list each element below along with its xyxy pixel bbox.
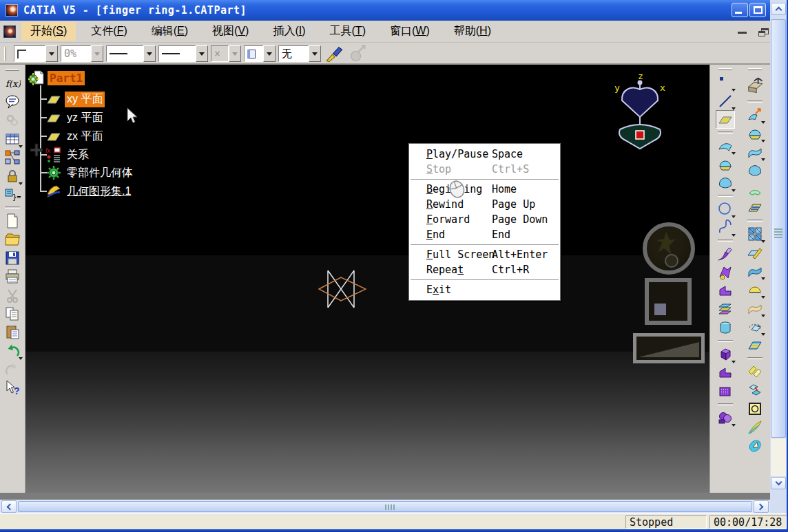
- color-combo[interactable]: [14, 45, 58, 62]
- multi-section-icon[interactable]: [745, 180, 765, 198]
- dropdown-arrow-icon[interactable]: [732, 424, 736, 427]
- compass-handle[interactable]: [636, 131, 644, 139]
- scroll-down-button[interactable]: [771, 477, 786, 489]
- toolbar-drag-handle[interactable]: [6, 69, 19, 71]
- menu-help[interactable]: 帮助(H): [445, 22, 500, 41]
- stop-control[interactable]: [645, 278, 692, 325]
- line-weight-combo[interactable]: [106, 45, 156, 62]
- tree-node-relations[interactable]: fx 关系: [45, 146, 91, 164]
- blend-surface-icon[interactable]: [745, 124, 765, 142]
- chevron-down-icon[interactable]: [309, 45, 321, 62]
- horizontal-scroll-thumb[interactable]: [18, 501, 752, 512]
- redo-icon[interactable]: [3, 360, 22, 379]
- untrim-surface-icon[interactable]: [745, 362, 765, 381]
- menu-item-forward[interactable]: ForwardPage Down: [409, 212, 560, 227]
- tree-node-zx-plane[interactable]: zx 平面: [45, 127, 105, 145]
- close-surface-icon[interactable]: [716, 382, 735, 401]
- menu-item-beginning[interactable]: BeginningHome: [409, 182, 560, 197]
- volume-slider[interactable]: [633, 333, 705, 363]
- fill-surface-icon[interactable]: [745, 161, 765, 180]
- comment-icon[interactable]: [3, 92, 22, 111]
- line-type-combo[interactable]: [158, 45, 208, 62]
- scroll-left-button[interactable]: [1, 500, 17, 513]
- maximize-button[interactable]: [749, 3, 766, 17]
- menu-item-play-pause[interactable]: Play/PauseSpace: [409, 147, 560, 162]
- context-help-icon[interactable]: ?: [3, 379, 22, 397]
- boolean-icon[interactable]: [716, 408, 735, 427]
- untrim-icon[interactable]: [716, 281, 735, 300]
- split-icon[interactable]: [745, 381, 765, 399]
- line-icon[interactable]: [716, 92, 735, 110]
- menu-item-exit[interactable]: Exit: [409, 282, 560, 297]
- dropdown-arrow-icon[interactable]: [732, 234, 736, 237]
- fold-surface-icon[interactable]: [745, 299, 765, 317]
- toolbar-drag-handle[interactable]: [718, 68, 732, 70]
- pad-icon[interactable]: [716, 345, 735, 363]
- extract-icon[interactable]: [745, 418, 765, 436]
- open-folder-icon[interactable]: [3, 230, 22, 248]
- healing-icon[interactable]: [716, 263, 735, 281]
- menu-tools[interactable]: 工具(T): [321, 22, 375, 41]
- dropdown-arrow-icon[interactable]: [732, 189, 736, 192]
- tree-node-geometry-set[interactable]: 几何图形集.1: [45, 182, 133, 200]
- tree-node-partbody[interactable]: 零部件几何体: [45, 164, 135, 182]
- menu-item-full-screen[interactable]: Full ScreenAlt+Enter: [409, 247, 560, 262]
- horizontal-scrollbar[interactable]: [0, 500, 770, 513]
- translate-surface-icon[interactable]: [745, 262, 765, 280]
- chevron-down-icon[interactable]: [45, 45, 58, 62]
- dial-knob[interactable]: [665, 254, 678, 268]
- vertical-scroll-track[interactable]: [771, 438, 786, 476]
- chevron-down-icon[interactable]: [263, 45, 276, 62]
- sphere-surface-icon[interactable]: [716, 173, 735, 192]
- child-minimize-button[interactable]: [738, 32, 747, 34]
- print-icon[interactable]: [3, 267, 22, 286]
- sketch-star-geometry[interactable]: [318, 269, 366, 309]
- scaling-icon[interactable]: [745, 336, 765, 354]
- tree-node-xy-plane[interactable]: xy 平面: [45, 90, 105, 108]
- plane-icon[interactable]: [716, 110, 735, 129]
- chevron-down-icon[interactable]: [143, 45, 156, 62]
- lock-icon[interactable]: [3, 167, 22, 185]
- design-table-icon[interactable]: [3, 129, 22, 148]
- jog-dial-control[interactable]: [643, 222, 695, 275]
- link-icon[interactable]: [3, 111, 22, 129]
- minimize-button[interactable]: [732, 3, 748, 17]
- tree-node-part1[interactable]: Part1: [28, 69, 85, 87]
- pocket-icon[interactable]: [716, 363, 735, 382]
- revolve-surface-icon[interactable]: [716, 155, 735, 173]
- toolbar-drag-handle[interactable]: [4, 47, 6, 61]
- title-bar[interactable]: CATIA V5 - [finger ring-1.CATPart]: [0, 0, 770, 21]
- sketch-surface-icon[interactable]: [745, 243, 765, 262]
- spline-icon[interactable]: [716, 218, 735, 237]
- part-design-icon[interactable]: [745, 73, 765, 98]
- new-file-icon[interactable]: [3, 211, 22, 230]
- layer-combo[interactable]: 无: [278, 45, 321, 62]
- chevron-down-icon[interactable]: [196, 45, 208, 62]
- scroll-up-button[interactable]: [771, 3, 786, 15]
- rotate-surface-icon[interactable]: [745, 317, 765, 336]
- diagram-icon[interactable]: [3, 148, 22, 167]
- circle-icon[interactable]: [716, 200, 735, 218]
- point-icon[interactable]: [716, 73, 735, 92]
- extract-solid-icon[interactable]: [745, 436, 765, 455]
- cut-icon[interactable]: [3, 286, 22, 304]
- tree-node-yz-plane[interactable]: yz 平面: [45, 109, 105, 127]
- vertical-scroll-thumb[interactable]: [771, 19, 786, 438]
- 3d-viewport[interactable]: Part1 xy 平面 yz 平面 zx 平面 fx 关系 零部件几何体 几何图…: [25, 65, 709, 493]
- paste-icon[interactable]: [3, 323, 22, 341]
- extrapolate-icon[interactable]: [745, 105, 765, 124]
- child-restore-button[interactable]: [758, 28, 769, 37]
- menu-item-end[interactable]: EndEnd: [409, 227, 560, 242]
- copy-icon[interactable]: [3, 304, 22, 323]
- menu-item-rewind[interactable]: RewindPage Up: [409, 197, 560, 212]
- menu-view[interactable]: 视图(V): [203, 22, 258, 41]
- formula-icon[interactable]: f(x): [3, 74, 22, 92]
- undo-icon[interactable]: [3, 341, 22, 360]
- menu-window[interactable]: 窗口(W): [381, 22, 439, 41]
- check-rule-icon[interactable]: }=: [3, 185, 22, 204]
- menu-file[interactable]: 文件(F): [82, 22, 136, 41]
- boundary-icon[interactable]: [745, 399, 765, 418]
- menu-insert[interactable]: 插入(I): [264, 22, 314, 41]
- render-style-combo[interactable]: [244, 45, 276, 62]
- scroll-right-button[interactable]: [754, 500, 769, 513]
